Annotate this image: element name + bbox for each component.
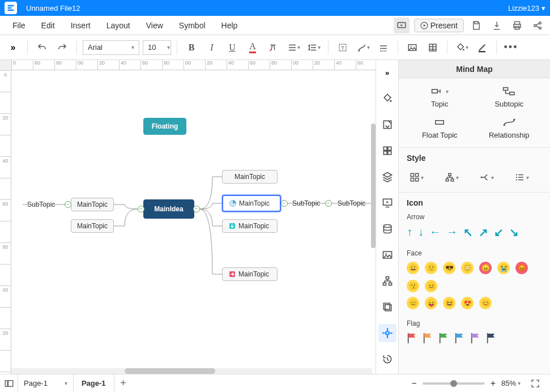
arrow-down-icon[interactable]: ↓ <box>418 225 424 239</box>
node-right-main3[interactable]: MainTopic <box>222 219 278 233</box>
zoom-out-button[interactable]: − <box>411 378 416 389</box>
menu-edit[interactable]: Edit <box>33 21 63 30</box>
node-right-sub1[interactable]: SubTopic <box>292 199 320 207</box>
arrow-upleft-icon[interactable]: ↖ <box>463 225 473 239</box>
arrow-right-icon[interactable]: → <box>446 225 458 239</box>
flag-orange-icon[interactable] <box>423 332 433 344</box>
flag-red-icon[interactable] <box>407 332 417 344</box>
style-layout-button[interactable]: ▾ <box>407 171 426 184</box>
dock-database-button[interactable] <box>378 220 396 238</box>
flag-purple-icon[interactable] <box>470 332 480 344</box>
outline-view-button[interactable] <box>0 374 18 393</box>
dock-export-button[interactable] <box>378 116 396 134</box>
add-topic-button[interactable]: ▾ Topic <box>407 84 473 110</box>
collapse-panel-button[interactable]: » <box>378 63 396 82</box>
page-selector[interactable]: Page-1 ▾ <box>18 374 74 393</box>
face-angry-icon[interactable]: 😠 <box>479 262 492 274</box>
dock-copy-button[interactable] <box>378 298 396 316</box>
dock-fill-button[interactable] <box>378 90 396 108</box>
face-cool-icon[interactable]: 😎 <box>443 262 455 274</box>
font-size-select[interactable]: 10 ▾ <box>143 40 171 55</box>
flag-darkblue-icon[interactable] <box>486 332 496 344</box>
align-button[interactable]: ▾ <box>285 39 302 56</box>
face-happy-icon[interactable]: 😊 <box>479 297 492 309</box>
dock-present-button[interactable] <box>378 194 396 212</box>
line-color-button[interactable] <box>474 39 491 56</box>
face-grin-icon[interactable]: 😀 <box>407 262 419 274</box>
zoom-in-button[interactable]: + <box>491 378 496 389</box>
menu-view[interactable]: View <box>138 21 171 30</box>
dock-image-button[interactable] <box>378 246 396 264</box>
canvas[interactable]: Floating MainIdea − − MainTopic MainTopi… <box>11 70 376 374</box>
connector-button[interactable]: ▾ <box>355 39 372 56</box>
flag-green-icon[interactable] <box>438 332 449 344</box>
add-subtopic-button[interactable]: Subtopic <box>476 84 543 110</box>
arrow-left-icon[interactable]: ← <box>429 225 441 239</box>
more-options-button[interactable]: ••• <box>502 39 519 56</box>
expand-right-sub-button[interactable]: − <box>281 200 288 207</box>
present-button[interactable]: Present <box>414 19 464 32</box>
face-mad-icon[interactable]: 😡 <box>515 262 528 274</box>
node-right-sub2[interactable]: SubTopic <box>338 199 365 207</box>
menu-file[interactable]: File <box>5 21 33 30</box>
menu-help[interactable]: Help <box>214 21 246 30</box>
user-menu[interactable]: Lizzie123 ▾ <box>508 4 545 12</box>
font-color-button[interactable]: A <box>244 39 261 56</box>
dock-grid-button[interactable] <box>378 142 396 160</box>
arrow-up-icon[interactable]: ↑ <box>407 225 412 239</box>
flag-blue-icon[interactable] <box>454 332 464 344</box>
zoom-value[interactable]: 85% ▾ <box>501 379 521 387</box>
menu-layout[interactable]: Layout <box>99 21 138 30</box>
arrow-downright-icon[interactable]: ↘ <box>509 225 519 239</box>
horizontal-scrollbar[interactable] <box>11 368 372 374</box>
text-tool-button[interactable]: T <box>334 39 351 56</box>
table-button[interactable] <box>424 39 441 56</box>
image-button[interactable] <box>404 39 421 56</box>
style-list-button[interactable]: ▾ <box>512 171 531 184</box>
page-tab-1[interactable]: Page-1 <box>74 374 114 393</box>
print-button[interactable] <box>509 18 525 33</box>
face-kiss-icon[interactable]: 😗 <box>407 280 419 292</box>
line-style-button[interactable] <box>375 39 392 56</box>
vertical-scrollbar[interactable] <box>371 123 376 248</box>
face-smile-icon[interactable]: 🙂 <box>425 262 437 274</box>
fullscreen-button[interactable] <box>526 374 544 393</box>
face-hearteyes-icon[interactable]: 😍 <box>461 297 474 309</box>
expand-right-sub2-button[interactable]: − <box>325 200 332 207</box>
download-button[interactable] <box>489 18 505 33</box>
face-tongue-icon[interactable]: 😛 <box>425 297 437 309</box>
undo-button[interactable] <box>33 39 50 56</box>
save-button[interactable] <box>468 18 484 33</box>
face-squint-icon[interactable]: 😆 <box>443 297 455 309</box>
redo-button[interactable] <box>54 39 71 56</box>
dock-history-button[interactable] <box>378 350 396 368</box>
font-select[interactable]: Arial ▾ <box>83 40 139 55</box>
canvas-area[interactable]: 0608000204060800020406080002040608000204… <box>0 60 376 374</box>
slideshow-mode-button[interactable] <box>394 18 410 33</box>
share-button[interactable] <box>530 18 545 33</box>
expand-toolbar-button[interactable]: » <box>5 39 22 56</box>
clear-format-button[interactable] <box>265 39 282 56</box>
italic-button[interactable]: I <box>203 39 220 56</box>
dock-hierarchy-button[interactable] <box>378 272 396 290</box>
face-noexpr-icon[interactable]: 😑 <box>407 297 419 309</box>
fill-color-button[interactable]: ▾ <box>453 39 470 56</box>
face-neutral-icon[interactable]: 😐 <box>425 280 437 292</box>
app-logo[interactable] <box>5 2 17 14</box>
node-right-main1[interactable]: MainTopic <box>222 170 278 184</box>
arrow-downleft-icon[interactable]: ↙ <box>494 225 504 239</box>
add-page-button[interactable]: + <box>114 377 133 389</box>
face-flushed-icon[interactable]: 😳 <box>461 262 474 274</box>
menu-symbol[interactable]: Symbol <box>171 21 214 30</box>
style-tree-button[interactable]: ▾ <box>442 171 461 184</box>
node-right-main2-selected[interactable]: MainTopic <box>222 195 281 212</box>
style-branch-button[interactable]: ▾ <box>477 171 496 184</box>
bold-button[interactable]: B <box>183 39 200 56</box>
line-spacing-button[interactable]: ▾ <box>305 39 322 56</box>
add-relationship-button[interactable]: Relationship <box>476 115 543 142</box>
underline-button[interactable]: U <box>224 39 241 56</box>
arrow-upright-icon[interactable]: ↗ <box>479 225 488 239</box>
node-right-main4[interactable]: MainTopic <box>222 267 278 281</box>
face-cry-icon[interactable]: 😭 <box>497 262 510 274</box>
menu-insert[interactable]: Insert <box>63 21 99 30</box>
